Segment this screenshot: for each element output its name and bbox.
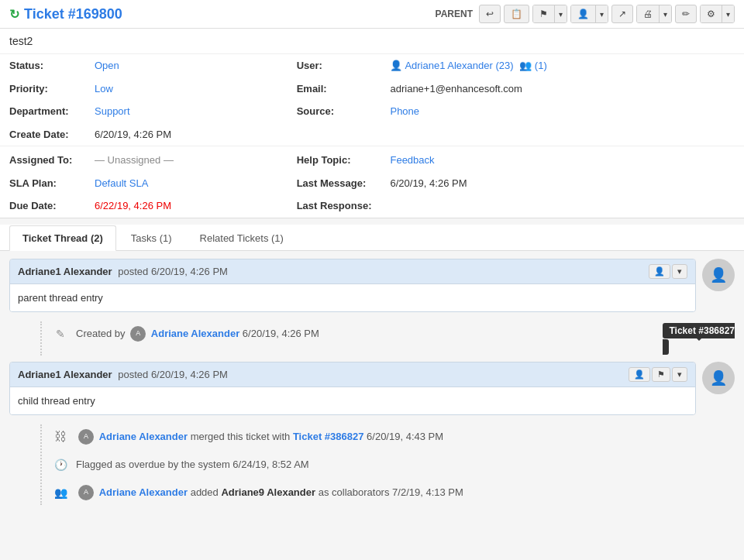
assign-split-button: 👤 ▾ <box>570 5 608 23</box>
bubble-body-2: child thread entry <box>10 387 695 414</box>
parent-label: PARENT <box>436 9 473 19</box>
info-row-sla: SLA Plan: Default SLA Last Message: 6/20… <box>0 172 744 195</box>
tab-related-tickets[interactable]: Related Tickets (1) <box>187 225 297 251</box>
created-author-link[interactable]: Adriane Alexander <box>151 328 239 339</box>
merged-icon: ⛓ <box>51 428 70 446</box>
email-label: Email: <box>288 77 381 101</box>
merged-avatar: A <box>78 429 94 445</box>
merged-text: A Adriane Alexander merged this ticket w… <box>76 428 735 445</box>
bubble-author-info-1: Adriane1 Alexander posted 6/20/19, 4:26 … <box>18 266 228 277</box>
bubble-assign-btn-2[interactable]: 👤 <box>629 367 650 382</box>
help-topic-label: Help Topic: <box>288 146 381 172</box>
ticket-title: ↻ Ticket #169800 <box>9 6 122 22</box>
ticket-badge-container: Ticket #386827 <box>663 325 735 352</box>
status-label: Status: <box>0 54 85 77</box>
bubble-more-btn-2[interactable]: ▾ <box>672 367 687 382</box>
merged-author-link[interactable]: Adriane Alexander <box>99 431 188 442</box>
collab-author-link[interactable]: Adriane Alexander <box>99 486 188 498</box>
back-button[interactable]: ↩ <box>479 5 501 23</box>
flag-main-button[interactable]: ⚑ <box>533 5 555 22</box>
tab-tasks[interactable]: Tasks (1) <box>118 225 185 251</box>
priority-value: Low <box>85 77 288 101</box>
bubble-body-1: parent thread entry <box>10 284 695 311</box>
event-row-merged: ⛓ A Adriane Alexander merged this ticket… <box>51 424 735 449</box>
collab-avatar: A <box>78 485 94 500</box>
sub-events-section: ⛓ A Adriane Alexander merged this ticket… <box>40 424 735 505</box>
print-main-button[interactable]: 🖨 <box>637 5 660 22</box>
priority-link[interactable]: Low <box>95 83 113 94</box>
bubble-actions-1: 👤 ▾ <box>649 264 687 279</box>
thread-entry-1: Adriane1 Alexander posted 6/20/19, 4:26 … <box>9 259 735 312</box>
share-button[interactable]: ↗ <box>611 5 633 23</box>
event-row-collaborator: 👥 A Adriane Alexander added Adriane9 Ale… <box>51 480 735 505</box>
department-link[interactable]: Support <box>95 105 130 117</box>
print-arrow-button[interactable]: ▾ <box>660 5 671 22</box>
collab-link[interactable]: (1) <box>535 60 547 71</box>
thread-entry-2: Adriane1 Alexander posted 6/20/19, 4:26 … <box>9 362 735 415</box>
bubble-more-btn-1[interactable]: ▾ <box>672 264 687 279</box>
avatar-2: 👤 <box>702 362 735 394</box>
ticket-badge: Ticket #386827 <box>663 323 735 355</box>
last-response-label: Last Response: <box>288 194 381 218</box>
info-section: Status: Open User: 👤 Adriane1 Alexander … <box>0 54 744 218</box>
refresh-icon[interactable]: ↻ <box>9 7 19 22</box>
user-icon: 👤 <box>390 60 402 71</box>
merged-ticket-link[interactable]: Ticket #386827 <box>293 431 364 442</box>
last-message-label: Last Message: <box>288 172 381 195</box>
source-value: Phone <box>381 100 744 123</box>
bubble-posted-2: posted 6/20/19, 4:26 PM <box>118 369 228 380</box>
ticket-subject: test2 <box>0 29 744 54</box>
bubble-posted-1: posted 6/20/19, 4:26 PM <box>118 266 228 277</box>
source-label: Source: <box>288 100 381 123</box>
created-icon: ✎ <box>51 325 70 343</box>
source-link[interactable]: Phone <box>390 105 419 117</box>
due-date-link[interactable]: 6/22/19, 4:26 PM <box>95 200 171 211</box>
subject-text: test2 <box>9 35 33 47</box>
thread-bubble-2: Adriane1 Alexander posted 6/20/19, 4:26 … <box>9 362 696 415</box>
info-table: Status: Open User: 👤 Adriane1 Alexander … <box>0 54 744 218</box>
email-value: adriane+1@enhancesoft.com <box>381 77 744 101</box>
collaborator-text: A Adriane Alexander added Adriane9 Alexa… <box>76 483 735 501</box>
edit-button[interactable]: ✏ <box>675 5 697 23</box>
flagged-text: Flagged as overdue by the system 6/24/19… <box>76 455 735 472</box>
assign-main-button[interactable]: 👤 <box>571 5 596 22</box>
help-topic-link[interactable]: Feedback <box>390 154 434 166</box>
collab-icon: 👥 <box>519 60 532 71</box>
assign-arrow-button[interactable]: ▾ <box>596 5 608 22</box>
user-label: User: <box>288 54 381 77</box>
bubble-flag-btn-2[interactable]: ⚑ <box>652 367 670 382</box>
status-link[interactable]: Open <box>95 60 119 71</box>
bubble-author-1: Adriane1 Alexander <box>18 266 112 277</box>
info-row-status: Status: Open User: 👤 Adriane1 Alexander … <box>0 54 744 77</box>
sla-value: Default SLA <box>85 172 288 195</box>
last-response-value <box>381 194 744 218</box>
priority-label: Priority: <box>0 77 85 101</box>
department-label: Department: <box>0 100 85 123</box>
flagged-icon: 🕐 <box>51 455 70 474</box>
info-row-priority: Priority: Low Email: adriane+1@enhanceso… <box>0 77 744 101</box>
bubble-author-2: Adriane1 Alexander <box>18 369 112 380</box>
bubble-header-2: Adriane1 Alexander posted 6/20/19, 4:26 … <box>10 362 695 387</box>
due-date-value: 6/22/19, 4:26 PM <box>85 194 288 218</box>
collaborator-icon: 👥 <box>51 483 70 502</box>
info-row-duedate: Due Date: 6/22/19, 4:26 PM Last Response… <box>0 194 744 218</box>
thread-bubble-1: Adriane1 Alexander posted 6/20/19, 4:26 … <box>9 259 696 312</box>
gear-main-button[interactable]: ⚙ <box>701 5 722 22</box>
gear-arrow-button[interactable]: ▾ <box>722 5 734 22</box>
flag-arrow-button[interactable]: ▾ <box>555 5 567 22</box>
bubble-wrap-2: Adriane1 Alexander posted 6/20/19, 4:26 … <box>9 362 696 415</box>
user-link[interactable]: Adriane1 Alexander (23) <box>405 60 513 71</box>
tab-ticket-thread[interactable]: Ticket Thread (2) <box>9 225 116 251</box>
bubble-header-1: Adriane1 Alexander posted 6/20/19, 4:26 … <box>10 259 695 284</box>
event-row-created: ✎ Created by A Adriane Alexander 6/20/19… <box>51 321 735 356</box>
status-value: Open <box>85 54 288 77</box>
sla-link[interactable]: Default SLA <box>95 177 148 189</box>
document-button[interactable]: 📋 <box>504 5 529 23</box>
info-row-assigned: Assigned To: — Unassigned — Help Topic: … <box>0 146 744 172</box>
sla-label: SLA Plan: <box>0 172 85 195</box>
help-topic-value: Feedback <box>381 146 744 172</box>
user-value: 👤 Adriane1 Alexander (23) 👥 (1) <box>381 54 744 77</box>
ticket-number: Ticket #169800 <box>24 6 122 22</box>
bubble-actions-2: 👤 ⚑ ▾ <box>629 367 687 382</box>
bubble-assign-btn-1[interactable]: 👤 <box>649 264 670 279</box>
